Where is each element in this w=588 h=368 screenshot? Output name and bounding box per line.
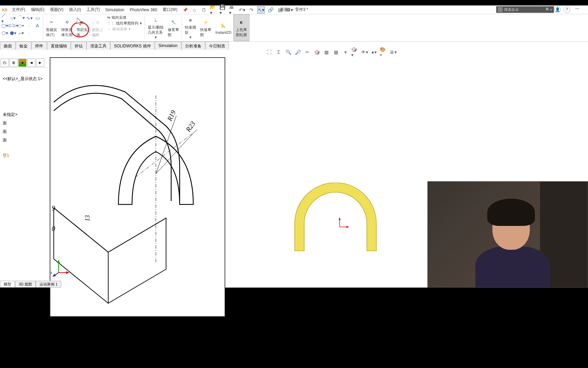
line-icon[interactable]: ／▾: [1, 15, 8, 21]
motion-tabs: 模型 3D 视图 运动算例 1: [0, 281, 61, 288]
ellipse-icon[interactable]: ⬭▾: [18, 22, 24, 29]
instant2d-button[interactable]: 📐 Instant2D: [213, 14, 233, 41]
convert-entities-button[interactable]: ⟲ 转换实 体引用: [59, 14, 75, 41]
display-state-item[interactable]: <<默认>_显示状态 1>: [0, 75, 48, 83]
linear-pattern-button[interactable]: ⋮⋮线性草图阵列▾: [107, 21, 142, 26]
eye-icon[interactable]: 👁▾: [361, 48, 368, 56]
svg-marker-7: [346, 226, 349, 228]
tab-sw-addins[interactable]: SOLIDWORKS 插件: [110, 42, 155, 50]
tab-simulation[interactable]: Simulation: [155, 42, 181, 50]
menu-pin-icon[interactable]: 📌: [180, 7, 191, 12]
polygon-icon[interactable]: ⬡▾: [1, 30, 8, 36]
view-orientation-icon[interactable]: 🎲: [313, 48, 321, 56]
point-icon[interactable]: ·: [26, 22, 33, 29]
minimize-icon[interactable]: —: [573, 6, 581, 13]
arc-icon[interactable]: ⌒▾: [18, 15, 24, 21]
open-icon[interactable]: 📂▾: [210, 6, 217, 14]
display-style-icon[interactable]: ▦: [323, 48, 330, 56]
tab-motion-study[interactable]: 运动算例 1: [36, 281, 61, 288]
tab-render-tools[interactable]: 渲染工具: [86, 42, 110, 50]
app-logo: KS: [0, 8, 9, 12]
tree-item-face-2[interactable]: 面: [0, 127, 48, 136]
tree-item-unspecified[interactable]: 未指定>: [0, 110, 48, 119]
document-title: 草图2 – 零件3 *: [280, 7, 308, 13]
tree-item-wall[interactable]: 壁1: [0, 151, 48, 160]
home-icon[interactable]: ⌂: [191, 6, 198, 14]
tab-3d-view[interactable]: 3D 视图: [15, 281, 36, 288]
tree-item-face-3[interactable]: 面: [0, 136, 48, 144]
tab-model[interactable]: 模型: [0, 281, 15, 288]
rect-icon[interactable]: ▢▾: [1, 22, 8, 29]
property-tab-icon[interactable]: ⊕: [10, 59, 18, 67]
rebuild-icon[interactable]: 🔗: [267, 6, 274, 14]
zoom-fit-icon[interactable]: ⛶: [265, 48, 273, 56]
rectangle-icon[interactable]: ▭: [34, 15, 41, 21]
zoom-area-icon[interactable]: 🔍: [284, 48, 292, 56]
color-icon[interactable]: 🎨▾: [380, 48, 387, 56]
circle-icon[interactable]: ○▾: [10, 15, 16, 21]
tab-direct-edit[interactable]: 直接编辑: [47, 42, 71, 50]
view-settings-icon[interactable]: 🎲▾: [351, 48, 359, 56]
trim-icon: ✂: [48, 18, 56, 27]
hexagon-icon[interactable]: ⬢▾: [10, 30, 16, 36]
menu-bar: KS 文件(F) 编辑(E) 视图(V) 插入(I) 工具(T) Simulat…: [0, 5, 588, 14]
repair-sketch-button[interactable]: 🔧 修复草 图: [166, 14, 181, 41]
quick-access-toolbar: ⌂ 🗋 📂▾ 💾▾ 🖶▾ ↶▾ ↷ ↖▾ 🔗 ▤ ⚙▾: [191, 6, 293, 14]
slot-icon[interactable]: ⊂⊃▾: [10, 22, 16, 29]
top-right-controls: 👤 ? —: [554, 6, 581, 13]
separator: [145, 16, 145, 40]
display-relations-button[interactable]: ⊥ 显示/删除 几何关系▾: [146, 14, 166, 41]
shaded-sketch-button[interactable]: ◐ 上色草 图轮廓: [233, 14, 249, 41]
separator: [182, 16, 182, 40]
feature-tree-tab-icon[interactable]: 🗀: [1, 59, 9, 67]
tab-evaluate[interactable]: 评估: [71, 42, 86, 50]
isometric-drawing: [50, 58, 226, 318]
redo-icon[interactable]: ↷: [248, 6, 255, 14]
text-icon[interactable]: A: [34, 22, 41, 29]
sigma-icon[interactable]: Σ: [275, 48, 282, 56]
menu-window[interactable]: 窗口(W): [160, 7, 180, 13]
tree-item-face-1[interactable]: 面: [0, 119, 48, 127]
menu-simulation[interactable]: Simulation: [102, 7, 127, 12]
more-tab-icon[interactable]: ►: [36, 59, 44, 67]
user-icon[interactable]: 👤: [554, 6, 561, 13]
rapid-sketch-button[interactable]: ⚡ 快速草 图: [198, 14, 213, 41]
tab-analysis-prep[interactable]: 分析准备: [181, 42, 205, 50]
trim-button[interactable]: ✂ 剪裁实 体(T): [44, 14, 59, 41]
previous-view-icon[interactable]: 🔎: [294, 48, 301, 56]
menu-tools[interactable]: 工具(T): [84, 7, 102, 13]
shaded-icon: ◐: [238, 18, 246, 27]
quick-snap-button[interactable]: ⊕ 快速捕 捉▾: [183, 14, 198, 41]
menu-view[interactable]: 视图(V): [47, 7, 66, 13]
undo-icon[interactable]: ↶▾: [238, 6, 246, 14]
menu-insert[interactable]: 插入(I): [66, 7, 84, 13]
appearance-icon[interactable]: ●▾: [370, 48, 378, 56]
new-icon[interactable]: 🗋: [200, 6, 208, 14]
tab-sheet-metal[interactable]: 钣金: [16, 42, 31, 50]
fillet-icon[interactable]: ⌐▾: [18, 30, 24, 36]
print-icon[interactable]: 🖶▾: [229, 6, 236, 14]
select-icon[interactable]: ↖▾: [257, 6, 265, 14]
more-icon[interactable]: ·: [26, 30, 33, 36]
scene-icon[interactable]: ▾: [342, 48, 349, 56]
menu-file[interactable]: 文件(F): [9, 7, 28, 13]
tab-surface[interactable]: 曲面: [0, 42, 16, 50]
save-icon[interactable]: 💾▾: [219, 6, 227, 14]
pattern-group: ⇋镜向实体 ⋮⋮线性草图阵列▾ ↔移动实体▾: [105, 14, 144, 41]
tab-today-make[interactable]: 今日制造: [205, 42, 229, 50]
menu-photoview[interactable]: PhotoView 360: [127, 7, 160, 12]
view-triad[interactable]: [52, 260, 69, 277]
mirror-button[interactable]: ⇋镜向实体: [107, 15, 142, 20]
display-tab-icon[interactable]: ◄: [27, 59, 35, 67]
menu-edit[interactable]: 编辑(E): [28, 7, 47, 13]
tab-weldments[interactable]: 焊件: [31, 42, 47, 50]
search-input[interactable]: 搜索命令 🔍▾: [496, 6, 554, 13]
config-tab-icon[interactable]: ●: [18, 59, 27, 67]
render-icon[interactable]: 🖥▾: [389, 48, 397, 56]
section-view-icon[interactable]: ✂: [304, 48, 311, 56]
spline-icon[interactable]: ∿▾: [26, 15, 33, 21]
ribbon-toolbar: ／▾ ○▾ ⌒▾ ∿▾ ▭ ▢▾ ⊂⊃▾ ⬭▾ · A ⬡▾ ⬢▾ ⌐▾ · ✂…: [0, 14, 588, 42]
help-icon[interactable]: ?: [564, 6, 570, 13]
hide-show-icon[interactable]: ▦: [332, 48, 340, 56]
move-icon: ↔: [107, 27, 111, 31]
